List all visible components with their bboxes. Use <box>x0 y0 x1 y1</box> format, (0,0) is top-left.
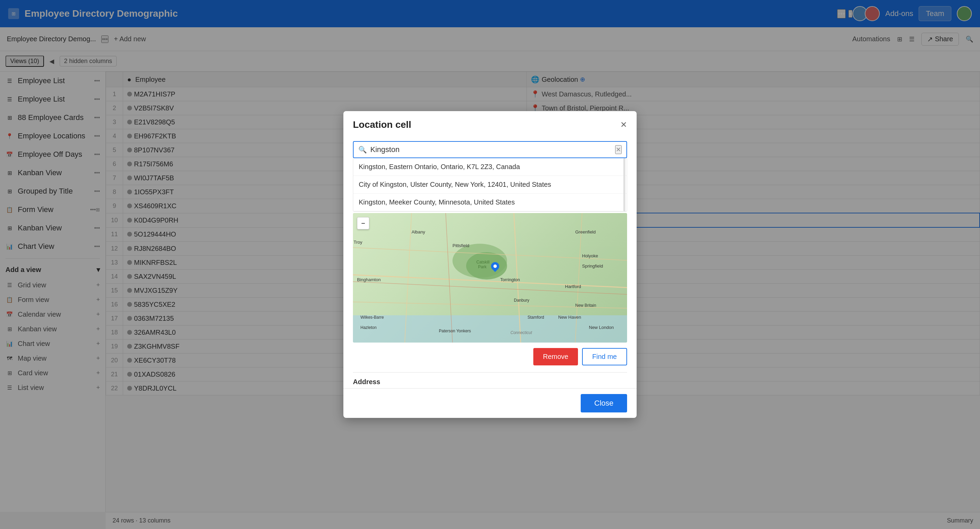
svg-text:New Britain: New Britain <box>575 303 596 308</box>
svg-text:Pittsfield: Pittsfield <box>452 243 469 248</box>
address-label: Address <box>353 378 627 386</box>
svg-text:Park: Park <box>478 265 487 269</box>
suggestion-1[interactable]: Kingston, Eastern Ontario, Ontario, K7L … <box>353 158 627 176</box>
map-zoom-out-button[interactable]: − <box>357 217 369 229</box>
modal-title: Location cell <box>353 119 411 130</box>
close-button[interactable]: Close <box>581 394 627 412</box>
address-section: Address Broadway, 562, 12401, City of Ki… <box>353 372 627 388</box>
svg-text:Holyoke: Holyoke <box>582 253 598 258</box>
svg-text:New Haven: New Haven <box>558 315 581 320</box>
svg-text:Albany: Albany <box>412 229 425 235</box>
svg-line-11 <box>353 281 627 295</box>
svg-text:Hartford: Hartford <box>565 284 581 289</box>
svg-text:New London: New London <box>589 325 614 330</box>
svg-text:Wilkes-Barre: Wilkes-Barre <box>360 315 384 320</box>
search-clear-button[interactable]: ✕ <box>615 145 622 154</box>
location-search-input[interactable] <box>370 145 615 154</box>
modal-header: Location cell ✕ <box>344 111 636 136</box>
remove-button[interactable]: Remove <box>533 348 578 365</box>
svg-text:Torrington: Torrington <box>500 277 520 282</box>
svg-text:Hazleton: Hazleton <box>360 325 377 330</box>
svg-rect-0 <box>353 315 627 343</box>
svg-text:Greenfield: Greenfield <box>575 229 596 235</box>
suggestion-3[interactable]: Kingston, Meeker County, Minnesota, Unit… <box>353 194 627 211</box>
svg-text:Danbury: Danbury <box>514 298 529 303</box>
map-svg: Catskill Park Troy <box>353 213 627 343</box>
location-cell-modal: Location cell ✕ 🔍 ✕ Kingston, Eastern On… <box>344 111 636 418</box>
map-container[interactable]: Catskill Park Troy <box>353 213 627 343</box>
find-me-button[interactable]: Find me <box>582 348 627 365</box>
svg-text:Stamford: Stamford <box>528 315 544 320</box>
modal-close-button[interactable]: ✕ <box>620 120 627 130</box>
search-icon: 🔍 <box>358 146 367 154</box>
suggestions-dropdown: Kingston, Eastern Ontario, Ontario, K7L … <box>353 158 627 212</box>
map-background: Catskill Park Troy <box>353 213 627 343</box>
svg-point-2 <box>466 252 507 280</box>
svg-text:Catskill: Catskill <box>476 260 490 265</box>
modal-body: 🔍 ✕ Kingston, Eastern Ontario, Ontario, … <box>344 136 636 388</box>
modal-footer: Close <box>344 388 636 418</box>
modal-overlay[interactable]: Location cell ✕ 🔍 ✕ Kingston, Eastern On… <box>0 0 980 529</box>
svg-text:Binghamton: Binghamton <box>357 277 380 282</box>
svg-text:Springfield: Springfield <box>582 264 603 268</box>
map-pin[interactable] <box>490 262 500 274</box>
svg-text:Troy: Troy <box>353 240 363 245</box>
svg-text:Connecticut: Connecticut <box>511 330 532 335</box>
modal-action-buttons: Remove Find me <box>353 348 627 365</box>
dropdown-scrollbar <box>623 158 625 211</box>
suggestion-2[interactable]: City of Kingston, Ulster County, New Yor… <box>353 176 627 194</box>
location-search-box: 🔍 ✕ <box>353 141 627 158</box>
svg-text:Paterson Yonkers: Paterson Yonkers <box>439 329 471 334</box>
